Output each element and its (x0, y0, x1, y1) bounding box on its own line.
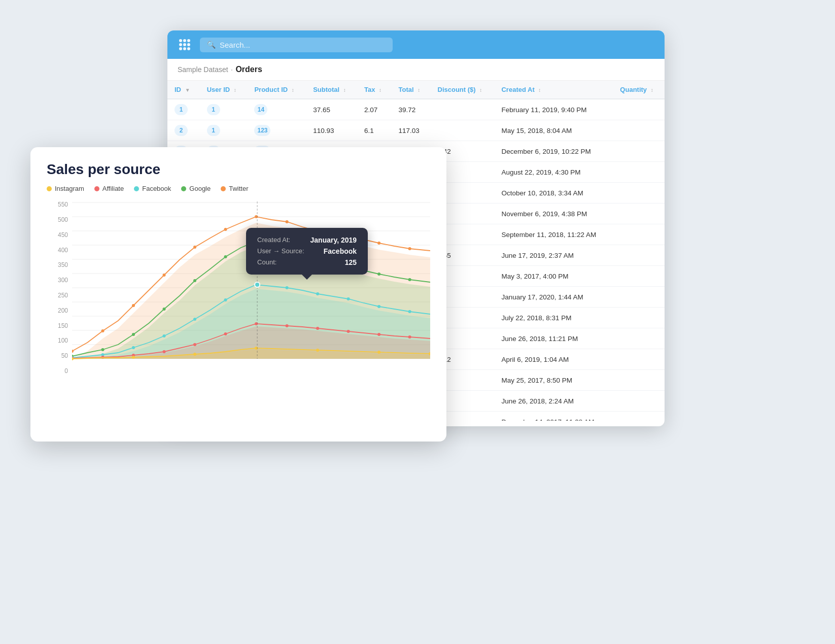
cell-quantity (613, 266, 665, 287)
cell-quantity (613, 204, 665, 224)
svg-point-3 (179, 43, 182, 46)
svg-point-37 (193, 279, 196, 282)
cell-quantity (613, 162, 665, 183)
cell-created_at: June 26, 2018, 2:24 AM (494, 391, 613, 412)
y-tick: 350 (47, 262, 68, 268)
cell-discount (431, 99, 495, 120)
cell-discount (431, 120, 495, 141)
svg-point-28 (286, 220, 289, 223)
cell-total: 39.72 (392, 99, 431, 120)
breadcrumb-dot: • (231, 67, 233, 72)
tt-count-value: 125 (345, 258, 357, 266)
svg-point-8 (187, 47, 190, 50)
cell-created_at: July 22, 2018, 8:31 PM (494, 308, 613, 328)
chart-title: Sales per source (47, 161, 430, 178)
cell-tax: 6.1 (357, 120, 392, 141)
chart-tooltip: Created At: January, 2019 User → Source:… (246, 228, 368, 275)
table-header: ID ▼ User ID ↕ Product ID ↕ Subtotal ↕ T… (167, 81, 665, 99)
cell-created_at: May 25, 2017, 8:50 PM (494, 370, 613, 391)
y-tick: 0 (47, 368, 68, 374)
tt-source-value: Facebook (324, 247, 357, 255)
cell-id: 1 (167, 99, 200, 120)
app-logo (177, 37, 193, 53)
tt-created-at-label: Created At: (257, 236, 290, 244)
y-tick: 250 (47, 292, 68, 298)
chart-card: Sales per source InstagramAffiliateFaceb… (30, 147, 446, 442)
table-row: 21123110.936.1117.03May 15, 2018, 8:04 A… (167, 120, 665, 141)
legend-label: Google (189, 185, 211, 192)
cell-quantity (613, 245, 665, 266)
cell-quantity (613, 183, 665, 204)
cell-quantity (613, 370, 665, 391)
svg-point-70 (132, 356, 135, 359)
col-discount[interactable]: Discount ($) ↕ (431, 81, 495, 99)
breadcrumb-dataset: Sample Dataset (178, 65, 228, 74)
legend-item: Facebook (134, 185, 171, 192)
svg-point-0 (179, 39, 182, 42)
svg-point-22 (101, 329, 104, 332)
cell-created_at: January 17, 2020, 1:44 AM (494, 287, 613, 308)
svg-point-68 (408, 335, 411, 338)
svg-point-31 (377, 242, 380, 245)
svg-point-44 (408, 278, 411, 281)
y-tick: 550 (47, 201, 68, 208)
svg-point-26 (224, 228, 227, 231)
svg-point-53 (316, 292, 319, 295)
svg-point-74 (377, 351, 380, 354)
cell-created_at: September 11, 2018, 11:22 AM (494, 224, 613, 245)
svg-point-49 (193, 318, 196, 321)
search-icon: 🔍 (207, 41, 216, 49)
svg-point-71 (193, 353, 196, 356)
cell-quantity (613, 99, 665, 120)
svg-point-36 (163, 308, 166, 311)
cell-created_at: December 6, 2019, 10:22 PM (494, 141, 613, 162)
legend-dot (181, 186, 186, 191)
chart-legend: InstagramAffiliateFacebookGoogleTwitter (47, 185, 430, 192)
col-quantity[interactable]: Quantity ↕ (613, 81, 665, 99)
svg-point-34 (101, 348, 104, 351)
svg-point-2 (187, 39, 190, 42)
svg-point-7 (183, 47, 186, 50)
svg-point-77 (255, 282, 260, 287)
y-tick: 300 (47, 277, 68, 283)
cell-created_at: May 15, 2018, 8:04 AM (494, 120, 613, 141)
legend-label: Affiliate (102, 185, 124, 192)
search-bar[interactable]: 🔍 Search... (200, 38, 393, 52)
svg-point-23 (132, 304, 135, 307)
col-created-at[interactable]: Created At ↕ (494, 81, 613, 99)
cell-quantity (613, 328, 665, 349)
legend-item: Twitter (221, 185, 248, 192)
svg-point-62 (224, 332, 227, 335)
cell-created_at: November 6, 2019, 4:38 PM (494, 204, 613, 224)
col-subtotal[interactable]: Subtotal ↕ (306, 81, 357, 99)
y-tick: 50 (47, 353, 68, 359)
cell-quantity (613, 349, 665, 370)
chart-area: 050100150200250300350400450500550 (47, 201, 430, 389)
col-tax[interactable]: Tax ↕ (357, 81, 392, 99)
chart-svg-wrapper (72, 201, 430, 374)
svg-point-24 (163, 274, 166, 277)
svg-point-25 (193, 246, 196, 249)
svg-point-1 (183, 39, 186, 42)
cell-quantity (613, 120, 665, 141)
cell-created_at: June 26, 2018, 11:21 PM (494, 328, 613, 349)
svg-point-66 (347, 330, 350, 333)
y-tick: 200 (47, 308, 68, 314)
legend-dot (94, 186, 99, 191)
cell-total: 117.03 (392, 120, 431, 141)
svg-point-32 (408, 247, 411, 250)
cell-created_at: February 11, 2019, 9:40 PM (494, 99, 613, 120)
svg-point-65 (316, 327, 319, 330)
breadcrumb: Sample Dataset • Orders (167, 59, 665, 81)
col-user-id[interactable]: User ID ↕ (200, 81, 248, 99)
cell-product_id: 123 (247, 120, 306, 141)
col-product-id[interactable]: Product ID ↕ (247, 81, 306, 99)
y-tick: 150 (47, 323, 68, 329)
legend-dot (221, 186, 226, 191)
legend-label: Instagram (55, 185, 84, 192)
svg-point-47 (132, 346, 135, 349)
col-total[interactable]: Total ↕ (392, 81, 431, 99)
cell-tax: 2.07 (357, 99, 392, 120)
col-id[interactable]: ID ▼ (167, 81, 200, 99)
legend-item: Affiliate (94, 185, 124, 192)
